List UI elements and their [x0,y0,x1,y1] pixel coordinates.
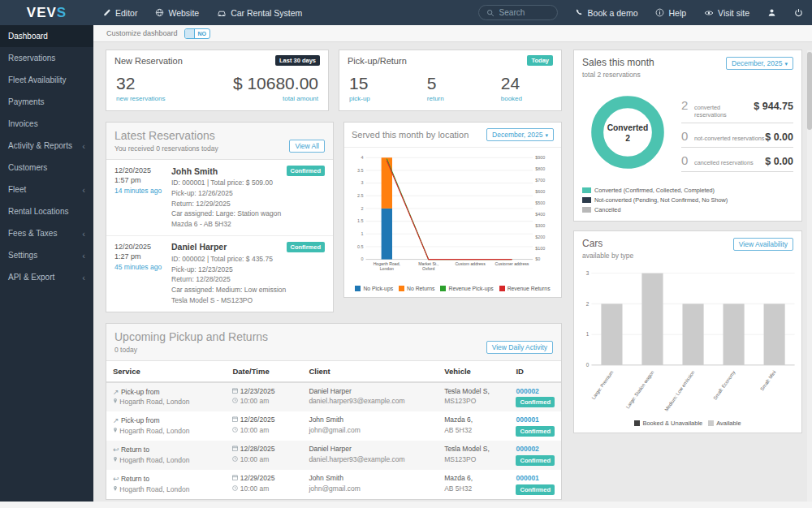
time-ago: 14 minutes ago [114,187,171,195]
legend-label: Converted (Confirmed, Collected, Complet… [594,187,715,194]
sidebar-item-customers[interactable]: Customers [0,157,93,179]
legend-swatch [355,286,361,291]
sales-donut-chart: Converted2 [582,87,673,178]
reservation-id-link[interactable]: 000002 [516,387,538,397]
period-badge: Today [527,55,553,66]
sales-label: converted reservations [694,104,754,118]
view-availability-button[interactable]: View Availability [733,238,793,251]
sidebar-item-fleet-availability[interactable]: Fleet Availability [0,69,93,91]
sidebar-item-invoices[interactable]: Invoices [0,113,93,135]
upcoming-row[interactable]: ↩ Return to Hogarth Road, London 12/29/2… [106,470,561,499]
logout-button[interactable] [785,0,812,25]
vehicle-plate: MS123PO [444,397,503,407]
phone-icon [575,8,584,17]
stat-return: 5 return [427,74,444,102]
upcoming-card: Upcoming Pickup and Returns 0 today View… [106,323,562,500]
reservation-time: 1:57 pm [114,175,171,185]
nav-book-a-demo[interactable]: Book a demo [566,0,647,25]
upcoming-row[interactable]: ↗ Pick-up from Hogarth Road, London 12/2… [106,382,561,412]
reservation-id-link[interactable]: 000002 [516,445,538,454]
sidebar-item-fleet[interactable]: Fleet‹ [0,179,93,200]
stat-label: new reservations [116,95,165,102]
svg-text:Small: Economy: Small: Economy [712,370,736,401]
cars-chart-svg: 0123Large: PremiumLarge: Station wagonMe… [577,266,798,418]
client-name: Daniel Harper [171,242,227,252]
legend-label: No Pick-ups [363,286,393,291]
nav-help[interactable]: Help [646,0,695,25]
view-all-button[interactable]: View All [289,140,325,153]
svg-text:$600: $600 [535,189,545,194]
nav-visit-site[interactable]: Visit site [695,0,758,25]
sales-amount: $ 0.00 [765,156,793,167]
toggle-knob [185,29,195,38]
status-badge: Confirmed [287,166,326,176]
svg-text:$400: $400 [535,212,545,217]
service-location: Hogarth Road, London [113,427,219,437]
upcoming-row[interactable]: ↗ Pick-up from Hogarth Road, London 12/2… [106,411,561,441]
legend-swatch [582,207,591,213]
chevron-left-icon: ‹ [82,275,85,280]
sidebar-item-label: Customers [8,163,47,172]
reservation-id-link[interactable]: 000001 [516,474,538,484]
nav-label: Car Rental System [231,8,302,18]
sidebar-item-api-export[interactable]: API & Export‹ [0,266,93,288]
scrollbar-thumb[interactable] [807,52,812,130]
legend-swatch [582,197,591,203]
search-box[interactable] [478,5,558,20]
period-dropdown[interactable]: December, 2025▾ [726,57,793,70]
sidebar-item-fees-taxes[interactable]: Fees & Taxes‹ [0,222,93,244]
sales-count: 0 [681,129,692,143]
legend-item: No Pick-ups [355,286,393,291]
stat-new-reservations: 32 new reservations [116,74,165,102]
sidebar-item-label: Rental Locations [8,207,69,216]
status-badge: Confirmed [516,397,555,407]
logo[interactable]: VEVS [0,0,93,25]
row-date: 12/28/2025 [232,445,296,454]
svg-text:Converted: Converted [607,123,649,132]
sidebar-item-reservations[interactable]: Reservations [0,47,93,69]
legend-item: Revenue Pick-ups [440,286,493,291]
period-dropdown[interactable]: December, 2025▾ [486,128,554,141]
chevron-left-icon: ‹ [82,231,85,236]
customize-toggle[interactable]: NO [184,28,211,39]
nav-car-rental-system[interactable]: Car Rental System [208,0,311,25]
sidebar-item-activity-reports[interactable]: Activity & Reports‹ [0,135,93,157]
svg-text:3.5: 3.5 [357,168,364,173]
legend-item: Converted (Confirmed, Collected, Complet… [582,187,793,194]
legend-item: Booked & Unavailable [634,420,702,427]
sidebar-item-rental-locations[interactable]: Rental Locations [0,200,93,222]
scrollbar[interactable] [807,50,812,502]
reservation-time: 1:27 pm [114,252,171,261]
sidebar-item-settings[interactable]: Settings‹ [0,244,93,266]
sidebar-item-payments[interactable]: Payments [0,91,93,113]
row-date: 12/26/2025 [232,415,296,425]
topbar-spacer [311,0,469,25]
reservation-item[interactable]: 12/20/20251:57 pm14 minutes agoJohh Smit… [106,160,333,235]
user-button[interactable] [758,0,785,25]
sidebar-item-label: Fees & Taxes [8,229,57,238]
reservation-item[interactable]: 12/20/20251:27 pm45 minutes agoDaniel Ha… [106,235,333,312]
new-reservation-card: New Reservation Last 30 days 32 new rese… [106,50,329,111]
svg-text:$700: $700 [535,178,545,183]
sidebar-menu: DashboardReservationsFleet AvailabilityP… [0,25,93,288]
view-daily-activity-button[interactable]: View Daily Activity [486,341,553,354]
client-name: Daniel Harper [309,445,431,454]
chevron-left-icon: ‹ [82,187,85,192]
nav-website[interactable]: Website [146,0,208,25]
legend-item: No Returns [399,286,434,291]
sales-count: 0 [681,153,692,167]
svg-text:2: 2 [361,206,364,211]
upcoming-row[interactable]: ↩ Return to Hogarth Road, London 12/28/2… [106,441,561,470]
nav-label: Book a demo [588,8,638,18]
status-badge: Confirmed [516,426,555,437]
nav-editor[interactable]: Editor [93,0,146,25]
stat-value: 32 [116,74,165,93]
power-icon [794,8,803,17]
pickup-arrow-icon: ↗ [113,416,119,424]
sidebar-item-dashboard[interactable]: Dashboard [0,25,93,47]
row-time: 10:00 am [232,426,296,436]
svg-text:London: London [380,266,394,271]
reservation-id-link[interactable]: 000001 [516,415,538,425]
calendar-icon [232,475,238,480]
search-input[interactable] [498,7,550,18]
